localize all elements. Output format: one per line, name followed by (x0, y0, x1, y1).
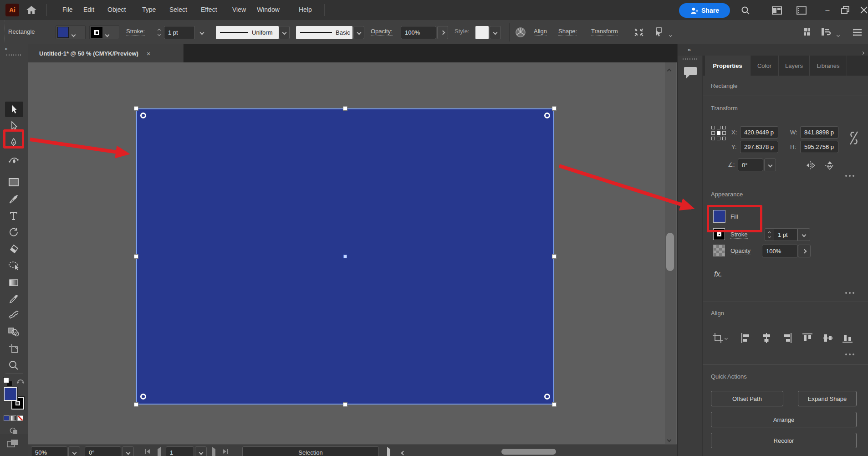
stroke-weight-field[interactable]: 1 pt (164, 26, 195, 39)
panel-opacity-field[interactable]: 100% (762, 245, 798, 257)
corner-widget-bottom-left[interactable] (140, 394, 146, 400)
offset-path-button[interactable]: Offset Path (711, 391, 783, 406)
align-left-icon[interactable] (740, 332, 752, 344)
stroke-color-dropdown-icon[interactable] (106, 30, 109, 38)
isolate-selection-icon[interactable] (633, 27, 645, 38)
menu-view[interactable]: View (232, 6, 246, 13)
flip-vertical-icon[interactable] (824, 160, 835, 170)
paintbrush-tool[interactable] (7, 193, 20, 205)
menu-effect[interactable]: Effect (201, 6, 217, 13)
gradient-tool[interactable] (7, 276, 20, 289)
rotation-angle-field[interactable]: 0° (738, 159, 763, 171)
hscroll-left-icon[interactable] (402, 448, 405, 456)
zoom-level-dropdown-icon[interactable] (68, 446, 80, 456)
zoom-level-field[interactable]: 50% (31, 446, 67, 456)
appearance-opacity-swatch[interactable] (713, 245, 725, 256)
selected-rectangle-object[interactable] (136, 108, 554, 405)
stroke-weight-dropdown-icon[interactable] (196, 26, 208, 39)
rotation-dropdown-icon[interactable] (122, 446, 134, 456)
shape-link[interactable]: Shape: (558, 28, 577, 36)
artboard-tool[interactable] (7, 342, 20, 355)
drawing-modes-icon[interactable] (9, 427, 19, 435)
last-artboard-icon[interactable] (223, 449, 228, 454)
control-bar-grip[interactable] (0, 20, 5, 44)
selection-handle-bottom-right[interactable] (552, 402, 557, 407)
lasso-tool[interactable] (7, 259, 20, 272)
flip-horizontal-icon[interactable] (805, 160, 816, 170)
artboard-dropdown-icon[interactable] (195, 446, 207, 456)
style-dropdown-icon[interactable] (490, 26, 501, 39)
opacity-label[interactable]: Opacity: (371, 28, 393, 36)
fill-color-dropdown-icon[interactable] (72, 30, 75, 38)
default-fill-stroke-icon[interactable] (3, 377, 9, 383)
tab-libraries[interactable]: Libraries (810, 56, 847, 76)
selection-handle-top-left[interactable] (134, 106, 138, 111)
reference-point-grid[interactable] (711, 126, 726, 140)
horizontal-scrollbar-thumb[interactable] (501, 449, 556, 455)
menu-file[interactable]: File (62, 6, 73, 13)
select-similar-dropdown-icon[interactable] (669, 30, 672, 38)
style-swatch[interactable] (475, 26, 489, 39)
fill-proxy-swatch[interactable] (4, 387, 17, 401)
vertical-scrollbar-thumb[interactable] (666, 233, 674, 271)
minimize-button[interactable]: – (820, 5, 835, 15)
control-bar-menu-icon[interactable] (853, 28, 863, 36)
home-icon[interactable] (26, 5, 37, 15)
w-field[interactable]: 841.8898 p (800, 126, 838, 138)
object-center-point[interactable] (343, 255, 347, 258)
restore-button[interactable] (841, 5, 850, 15)
warp-tool[interactable] (7, 308, 20, 321)
document-tab[interactable]: Untitled-1* @ 50 % (CMYK/Preview) × (28, 44, 184, 62)
transform-link[interactable]: Transform (591, 28, 618, 36)
tab-properties[interactable]: Properties (705, 56, 751, 76)
rotate-tool[interactable] (7, 226, 20, 239)
effects-fx-button[interactable]: fx. (714, 270, 722, 279)
select-similar-icon[interactable] (652, 26, 664, 37)
x-field[interactable]: 420.9449 p (740, 126, 778, 138)
y-field[interactable]: 297.6378 p (740, 141, 778, 153)
menu-type[interactable]: Type (142, 6, 156, 13)
arrangement-dropdown-icon[interactable] (837, 30, 839, 38)
rotation-field[interactable]: 0° (85, 446, 121, 456)
selection-tool[interactable] (7, 103, 20, 116)
panel-overflow-icon[interactable] (862, 48, 864, 56)
corner-widget-top-left[interactable] (140, 113, 146, 118)
arrange-documents-icon[interactable] (803, 27, 813, 36)
tab-color[interactable]: Color (751, 56, 779, 76)
canvas[interactable] (28, 62, 677, 444)
toolbar-grip[interactable] (6, 54, 22, 56)
artboard-number-field[interactable]: 1 (166, 446, 194, 456)
panel-stroke-weight-stepper[interactable] (765, 228, 774, 241)
brush-definition-dropdown-icon[interactable] (353, 26, 364, 39)
stroke-weight-label[interactable]: Stroke: (126, 28, 145, 36)
first-artboard-icon[interactable] (145, 449, 150, 454)
close-button[interactable] (860, 6, 868, 14)
align-horizontal-center-icon[interactable] (761, 332, 772, 344)
opacity-options-icon[interactable] (437, 26, 448, 39)
collapse-dock-icon[interactable]: « (688, 46, 690, 53)
align-bottom-icon[interactable] (842, 332, 853, 344)
toolbar-expand-icon[interactable]: » (5, 46, 8, 52)
expand-shape-button[interactable]: Expand Shape (798, 391, 857, 406)
transform-more-options-icon[interactable] (845, 175, 854, 177)
corner-widget-top-right[interactable] (544, 113, 550, 118)
previous-artboard-icon[interactable] (158, 449, 161, 456)
swap-fill-stroke-icon[interactable] (16, 377, 25, 384)
align-more-options-icon[interactable] (845, 354, 854, 355)
menu-select[interactable]: Select (169, 6, 187, 13)
recolor-artwork-icon[interactable] (515, 26, 526, 38)
none-mode-icon[interactable] (17, 415, 23, 421)
appearance-more-options-icon[interactable] (845, 292, 854, 294)
workspace-layout-icon[interactable] (771, 6, 782, 15)
panel-stroke-weight-dropdown-icon[interactable] (797, 228, 810, 241)
curvature-tool[interactable] (7, 154, 20, 166)
zoom-tool[interactable] (7, 359, 20, 372)
align-link[interactable]: Align (534, 28, 547, 36)
appearance-opacity-label[interactable]: Opacity (730, 247, 751, 255)
search-icon[interactable] (740, 5, 751, 15)
type-tool[interactable] (7, 210, 20, 222)
next-artboard-icon[interactable] (212, 449, 215, 456)
selection-handle-middle-left[interactable] (134, 254, 138, 259)
menu-help[interactable]: Help (299, 6, 312, 13)
dock-grip[interactable] (683, 58, 698, 60)
